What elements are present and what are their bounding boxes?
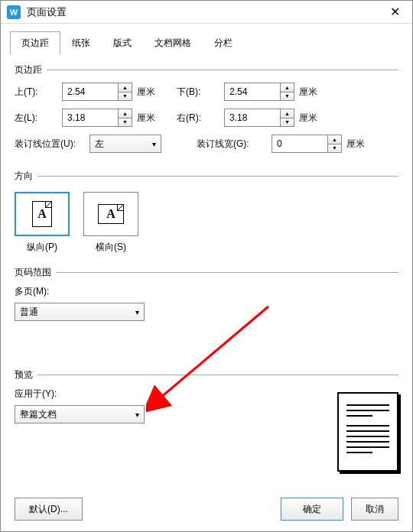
top-spin-up[interactable]: ▲ — [119, 83, 132, 92]
multi-dropdown[interactable]: 普通 — [15, 303, 145, 321]
bottom-input[interactable] — [225, 83, 280, 100]
app-icon: W — [7, 5, 21, 19]
top-input[interactable] — [63, 83, 118, 100]
left-input[interactable] — [63, 109, 118, 126]
bottom-unit: 厘米 — [299, 86, 320, 99]
landscape-label: 横向(S) — [83, 241, 138, 254]
preview-thumbnail — [337, 392, 398, 472]
tab-bar: 页边距 纸张 版式 文档网格 分栏 — [1, 24, 412, 55]
left-unit: 厘米 — [137, 112, 158, 125]
default-button[interactable]: 默认(D)... — [15, 498, 83, 521]
left-spin-up[interactable]: ▲ — [119, 109, 132, 118]
top-unit: 厘米 — [137, 86, 158, 99]
gutter-pos-value: 左 — [95, 138, 104, 151]
gutter-width-label: 装订线宽(G): — [197, 138, 267, 151]
gutter-width-spin-down[interactable]: ▼ — [328, 144, 341, 153]
tab-margins[interactable]: 页边距 — [10, 31, 60, 55]
right-unit: 厘米 — [299, 112, 320, 125]
apply-value: 整篇文档 — [20, 408, 57, 421]
ok-button[interactable]: 确定 — [281, 498, 343, 521]
orientation-group: 方向 A 纵向(P) A 横向(S) — [15, 170, 398, 257]
titlebar: W 页面设置 ✕ — [1, 1, 412, 24]
left-spin-down[interactable]: ▼ — [119, 118, 132, 127]
multi-label: 多页(M): — [15, 285, 398, 298]
right-spin-up[interactable]: ▲ — [281, 109, 294, 118]
page-range-group: 页码范围 多页(M): 普通 — [15, 266, 398, 321]
apply-label: 应用于(Y): — [15, 388, 314, 401]
portrait-icon: A — [32, 201, 52, 227]
top-spinner[interactable]: ▲▼ — [62, 83, 132, 101]
bottom-spin-down[interactable]: ▼ — [281, 92, 294, 101]
page-range-legend: 页码范围 — [15, 266, 56, 279]
margins-group: 页边距 上(T): ▲▼ 厘米 下(B): ▲▼ 厘米 左(L): — [15, 63, 398, 161]
tab-layout[interactable]: 版式 — [102, 31, 143, 55]
tab-columns[interactable]: 分栏 — [203, 31, 244, 55]
portrait-option[interactable]: A — [15, 192, 70, 236]
right-spinner[interactable]: ▲▼ — [224, 109, 294, 127]
right-input[interactable] — [225, 109, 280, 126]
gutter-width-spin-up[interactable]: ▲ — [328, 135, 341, 144]
landscape-icon: A — [98, 204, 124, 224]
bottom-label: 下(B): — [177, 86, 220, 99]
window-title: 页面设置 — [27, 5, 383, 19]
apply-dropdown[interactable]: 整篇文档 — [15, 405, 145, 423]
gutter-pos-label: 装订线位置(U): — [15, 138, 85, 151]
left-label: 左(L): — [15, 112, 57, 125]
gutter-width-spinner[interactable]: ▲▼ — [272, 135, 342, 153]
bottom-spin-up[interactable]: ▲ — [281, 83, 294, 92]
orientation-legend: 方向 — [15, 170, 37, 183]
gutter-width-unit: 厘米 — [346, 138, 368, 151]
multi-value: 普通 — [20, 306, 38, 319]
close-button[interactable]: ✕ — [383, 1, 406, 24]
left-spinner[interactable]: ▲▼ — [62, 109, 132, 127]
tab-paper[interactable]: 纸张 — [60, 31, 102, 55]
margins-legend: 页边距 — [15, 63, 47, 76]
portrait-label: 纵向(P) — [15, 241, 70, 254]
top-label: 上(T): — [15, 86, 57, 99]
tab-grid[interactable]: 文档网格 — [143, 31, 203, 55]
preview-group: 预览 应用于(Y): 整篇文档 — [15, 368, 398, 472]
bottom-spinner[interactable]: ▲▼ — [224, 83, 294, 101]
cancel-button[interactable]: 取消 — [351, 498, 398, 521]
right-spin-down[interactable]: ▼ — [281, 118, 294, 127]
preview-legend: 预览 — [15, 368, 37, 381]
gutter-pos-dropdown[interactable]: 左 — [89, 135, 161, 153]
gutter-width-input[interactable] — [272, 135, 327, 152]
landscape-option[interactable]: A — [83, 192, 138, 236]
top-spin-down[interactable]: ▼ — [119, 92, 132, 101]
right-label: 右(R): — [177, 112, 220, 125]
